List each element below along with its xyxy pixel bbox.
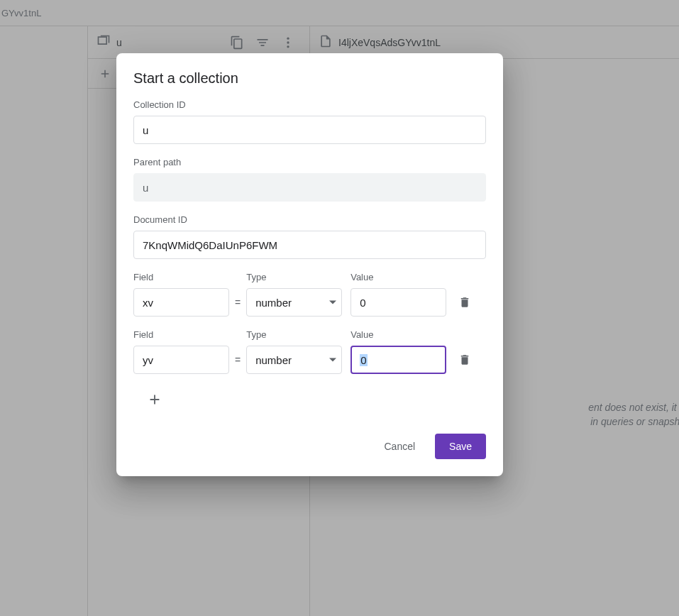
field-type-select[interactable]: number <box>246 346 342 374</box>
equals-sign: = <box>235 288 241 317</box>
delete-field-button[interactable] <box>455 346 475 374</box>
field-name-label: Field <box>133 272 229 282</box>
delete-field-button[interactable] <box>455 288 475 317</box>
field-type-label: Type <box>246 329 342 340</box>
field-value-label: Value <box>350 329 446 340</box>
chevron-down-icon <box>329 301 336 304</box>
field-name-input[interactable] <box>133 288 229 317</box>
dialog-title: Start a collection <box>133 70 486 87</box>
field-value-label: Value <box>350 272 446 282</box>
collection-id-group: Collection ID <box>133 99 486 144</box>
document-id-group: Document ID <box>133 214 486 259</box>
parent-path-group: Parent path <box>133 157 486 202</box>
equals-sign: = <box>235 346 241 374</box>
parent-path-label: Parent path <box>133 157 486 167</box>
collection-id-input[interactable] <box>133 116 486 144</box>
dialog-actions: Cancel Save <box>133 434 486 459</box>
add-field-button[interactable] <box>142 387 167 412</box>
field-value-input[interactable]: 0 <box>350 346 446 374</box>
chevron-down-icon <box>329 358 336 362</box>
field-type-label: Type <box>246 272 342 282</box>
field-row: Field = Type number Value 0 <box>133 329 486 374</box>
field-name-label: Field <box>133 329 229 340</box>
parent-path-input <box>133 173 486 202</box>
field-value-input[interactable] <box>350 288 446 317</box>
save-button[interactable]: Save <box>435 434 486 459</box>
cancel-button[interactable]: Cancel <box>370 434 429 459</box>
collection-id-label: Collection ID <box>133 99 486 110</box>
document-id-label: Document ID <box>133 214 486 225</box>
start-collection-dialog: Start a collection Collection ID Parent … <box>116 53 503 476</box>
field-name-input[interactable] <box>133 346 229 374</box>
field-row: Field = Type number Value <box>133 272 486 317</box>
field-type-select[interactable]: number <box>246 288 342 317</box>
document-id-input[interactable] <box>133 231 486 259</box>
